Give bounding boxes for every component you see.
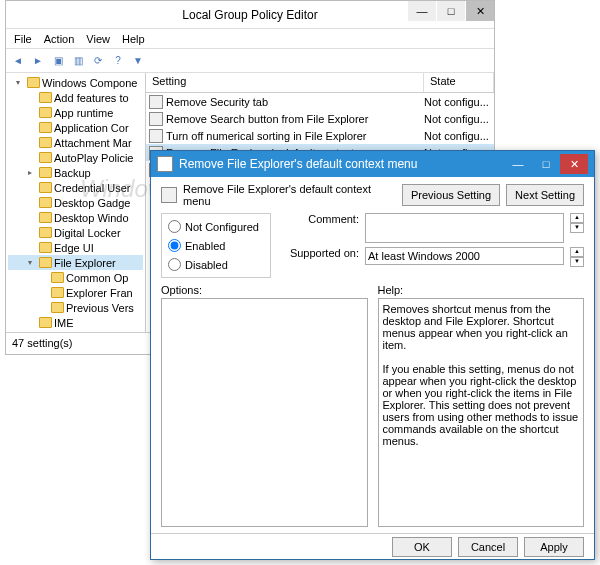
radio-not-configured[interactable]: Not Configured — [168, 220, 264, 233]
tree-item[interactable]: Add features to — [8, 90, 143, 105]
up-icon[interactable]: ▣ — [50, 53, 66, 69]
menu-file[interactable]: File — [14, 33, 32, 45]
setting-name: Remove Security tab — [166, 96, 424, 108]
tree-item[interactable]: Edge UI — [8, 240, 143, 255]
tree-item[interactable]: Explorer Fran — [8, 285, 143, 300]
tree-label: Instant Search — [54, 332, 125, 333]
apply-button[interactable]: Apply — [524, 537, 584, 557]
spin-down-icon[interactable]: ▼ — [570, 257, 584, 267]
forward-icon[interactable]: ► — [30, 53, 46, 69]
tree-label: Edge UI — [54, 242, 94, 254]
tree-label: Digital Locker — [54, 227, 121, 239]
help-column: Help: — [378, 284, 585, 527]
tree-label: Windows Compone — [42, 77, 137, 89]
tree-item[interactable]: ▸Backup — [8, 165, 143, 180]
dialog-minimize-button[interactable]: — — [504, 154, 532, 174]
setting-state: Not configu... — [424, 96, 494, 108]
tree-item[interactable]: Desktop Windo — [8, 210, 143, 225]
tree-item[interactable]: Attachment Mar — [8, 135, 143, 150]
folder-icon — [39, 317, 52, 328]
tree-item[interactable]: Common Op — [8, 270, 143, 285]
spin-up-icon[interactable]: ▲ — [570, 247, 584, 257]
help-icon[interactable]: ? — [110, 53, 126, 69]
back-icon[interactable]: ◄ — [10, 53, 26, 69]
folder-icon — [39, 242, 52, 253]
folder-icon — [39, 152, 52, 163]
setting-name: Turn off numerical sorting in File Explo… — [166, 130, 424, 142]
list-item[interactable]: Turn off numerical sorting in File Explo… — [146, 127, 494, 144]
gpe-titlebar[interactable]: Local Group Policy Editor — □ ✕ — [6, 1, 494, 29]
dialog-body: Remove File Explorer's default context m… — [151, 177, 594, 533]
dialog-footer: OK Cancel Apply — [151, 533, 594, 559]
tree-item[interactable]: Desktop Gadge — [8, 195, 143, 210]
tree-item[interactable]: Credential User — [8, 180, 143, 195]
dialog-close-button[interactable]: ✕ — [560, 154, 588, 174]
folder-icon — [51, 302, 64, 313]
supported-spinner: ▲▼ — [570, 247, 584, 267]
minimize-button[interactable]: — — [408, 1, 436, 21]
folder-icon — [39, 167, 52, 178]
tree-item[interactable]: Previous Vers — [8, 300, 143, 315]
policy-tree[interactable]: ▾Windows ComponeAdd features toApp runti… — [6, 73, 146, 332]
spin-up-icon[interactable]: ▲ — [570, 213, 584, 223]
gpe-window-controls: — □ ✕ — [407, 1, 494, 21]
radio-enabled[interactable]: Enabled — [168, 239, 264, 252]
tree-label: Explorer Fran — [66, 287, 133, 299]
menu-view[interactable]: View — [86, 33, 110, 45]
menu-action[interactable]: Action — [44, 33, 75, 45]
tree-label: Credential User — [54, 182, 130, 194]
tree-item[interactable]: IME — [8, 315, 143, 330]
folder-icon — [39, 197, 52, 208]
folder-icon — [51, 272, 64, 283]
status-text: 47 setting(s) — [12, 337, 73, 349]
folder-icon — [39, 92, 52, 103]
folder-icon — [51, 287, 64, 298]
gpe-toolbar: ◄ ► ▣ ▥ ⟳ ? ▼ — [6, 49, 494, 73]
radio-group: Not Configured Enabled Disabled — [161, 213, 271, 278]
dialog-maximize-button[interactable]: □ — [532, 154, 560, 174]
comment-input[interactable] — [365, 213, 564, 243]
tree-label: Desktop Gadge — [54, 197, 130, 209]
cancel-button[interactable]: Cancel — [458, 537, 518, 557]
refresh-icon[interactable]: ⟳ — [90, 53, 106, 69]
filter-icon[interactable]: ▼ — [130, 53, 146, 69]
tree-item[interactable]: ▾Windows Compone — [8, 75, 143, 90]
list-item[interactable]: Remove Security tabNot configu... — [146, 93, 494, 110]
col-state[interactable]: State — [424, 73, 494, 92]
tree-label: AutoPlay Policie — [54, 152, 134, 164]
close-button[interactable]: ✕ — [466, 1, 494, 21]
tree-label: File Explorer — [54, 257, 116, 269]
dialog-detail-row: Options: Help: — [161, 284, 584, 527]
gpe-title-text: Local Group Policy Editor — [182, 8, 317, 22]
supported-label: Supported on: — [281, 247, 359, 259]
next-setting-button[interactable]: Next Setting — [506, 184, 584, 206]
comment-column: Comment: ▲▼ Supported on: ▲▼ — [281, 213, 584, 278]
tree-label: IME — [54, 317, 74, 329]
folder-icon — [39, 257, 52, 268]
radio-disabled[interactable]: Disabled — [168, 258, 264, 271]
maximize-button[interactable]: □ — [437, 1, 465, 21]
ok-button[interactable]: OK — [392, 537, 452, 557]
folder-icon — [39, 137, 52, 148]
gpe-menubar: File Action View Help — [6, 29, 494, 49]
policy-item-icon — [149, 129, 163, 143]
menu-help[interactable]: Help — [122, 33, 145, 45]
folder-icon — [39, 227, 52, 238]
tree-item[interactable]: Application Cor — [8, 120, 143, 135]
list-item[interactable]: Remove Search button from File ExplorerN… — [146, 110, 494, 127]
folder-icon — [39, 107, 52, 118]
list-icon[interactable]: ▥ — [70, 53, 86, 69]
tree-item[interactable]: App runtime — [8, 105, 143, 120]
dialog-titlebar[interactable]: Remove File Explorer's default context m… — [151, 151, 594, 177]
col-setting[interactable]: Setting — [146, 73, 424, 92]
tree-item[interactable]: Instant Search — [8, 330, 143, 332]
dialog-window-controls: — □ ✕ — [504, 154, 588, 174]
options-box[interactable] — [161, 298, 368, 527]
spin-down-icon[interactable]: ▼ — [570, 223, 584, 233]
tree-item[interactable]: AutoPlay Policie — [8, 150, 143, 165]
tree-item[interactable]: ▾File Explorer — [8, 255, 143, 270]
folder-icon — [39, 122, 52, 133]
tree-item[interactable]: Digital Locker — [8, 225, 143, 240]
previous-setting-button[interactable]: Previous Setting — [402, 184, 500, 206]
folder-icon — [39, 182, 52, 193]
